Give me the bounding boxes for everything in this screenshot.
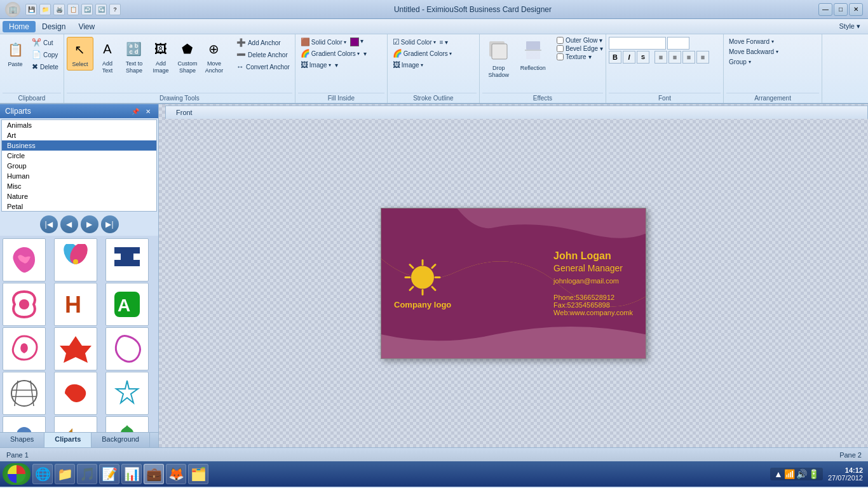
clipart-item-12[interactable]: [3, 416, 46, 432]
bevel-edge-checkbox[interactable]: [557, 45, 564, 52]
maximize-button[interactable]: □: [834, 3, 848, 16]
taskbar-app2-icon[interactable]: 📊: [121, 464, 142, 484]
outer-glow-checkbox[interactable]: [557, 37, 564, 44]
tab-shapes[interactable]: Shapes: [0, 433, 44, 447]
fill-solid-color-button[interactable]: 🟫 Solid Color ▾ ▾: [298, 37, 366, 47]
stroke-gradient-button[interactable]: 🌈 Gradient Colors ▾: [390, 48, 454, 58]
group-button[interactable]: Group ▾: [726, 57, 754, 67]
nav-prev-button[interactable]: ◀: [60, 215, 78, 233]
minimize-button[interactable]: —: [818, 3, 832, 16]
clipart-item-10[interactable]: [54, 372, 97, 415]
clipart-item-4[interactable]: H: [54, 283, 97, 326]
clipart-item-14[interactable]: [105, 416, 149, 432]
category-item-group[interactable]: Group: [2, 161, 156, 171]
delete-button[interactable]: ✖ Delete: [29, 61, 61, 72]
move-forward-button[interactable]: Move Forward ▾: [726, 37, 776, 46]
add-text-button[interactable]: A AddText: [95, 37, 120, 76]
stroke-solid-color-button[interactable]: ☑ Solid Color ▾ ≡ ▾: [390, 37, 451, 47]
style-button[interactable]: Style ▾: [834, 21, 865, 32]
align-left-button[interactable]: ≡: [654, 51, 667, 64]
new-icon[interactable]: 📋: [67, 4, 79, 15]
clipart-item-6[interactable]: [3, 327, 46, 370]
category-item-human[interactable]: Human: [2, 171, 156, 181]
start-button[interactable]: [3, 463, 31, 485]
undo-icon[interactable]: ↩️: [81, 4, 93, 15]
taskbar-firefox-icon[interactable]: 🦊: [166, 464, 186, 484]
drop-shadow-button[interactable]: DropShadow: [482, 37, 515, 80]
delete-anchor-button[interactable]: ➖ Delete Anchor: [234, 49, 292, 60]
canvas-tab[interactable]: Front: [165, 105, 868, 119]
move-anchor-button[interactable]: ⊕ MoveAnchor: [201, 37, 227, 76]
category-item-petal[interactable]: Petal: [2, 201, 156, 212]
cut-button[interactable]: ✂️ Cut: [29, 37, 61, 48]
category-item-nature[interactable]: Nature: [2, 191, 156, 201]
business-card[interactable]: Company logo John Logan General Manager …: [381, 208, 646, 359]
tab-background[interactable]: Background: [92, 433, 150, 447]
menu-view[interactable]: View: [72, 21, 101, 32]
category-item-animals[interactable]: Animals: [2, 120, 156, 130]
category-item-circle[interactable]: Circle: [2, 151, 156, 161]
move-backward-button[interactable]: Move Backward ▾: [726, 47, 781, 57]
font-size-input[interactable]: [667, 37, 689, 50]
add-anchor-button[interactable]: ➕ Add Anchor: [234, 37, 292, 48]
cliparts-close-button[interactable]: ✕: [143, 106, 153, 116]
custom-shape-button[interactable]: ⬟ CustomShape: [175, 37, 200, 76]
taskbar-explorer-icon[interactable]: 📁: [55, 464, 75, 484]
clock[interactable]: 14:12 27/07/2012: [825, 466, 865, 482]
menu-home[interactable]: Home: [3, 21, 36, 32]
clipart-item-9[interactable]: [3, 372, 46, 415]
category-list[interactable]: AnimalsArtBusinessCircleGroupHumanMiscNa…: [1, 119, 157, 212]
category-item-business[interactable]: Business: [2, 140, 156, 151]
clipart-item-8[interactable]: [105, 327, 149, 370]
taskbar-ie-icon[interactable]: 🌐: [32, 464, 53, 484]
taskbar-bcd-icon[interactable]: 💼: [144, 464, 164, 484]
close-button[interactable]: ✕: [849, 3, 863, 16]
nav-first-button[interactable]: |◀: [40, 215, 58, 233]
clipart-item-2[interactable]: [105, 238, 149, 281]
paste-button[interactable]: 📋 Paste: [3, 37, 28, 71]
help-icon[interactable]: ?: [109, 4, 121, 15]
tab-cliparts[interactable]: Cliparts: [44, 433, 92, 447]
align-right-button[interactable]: ≡: [682, 51, 695, 64]
fill-image-button[interactable]: 🖼 Image ▾ ▾: [298, 60, 341, 70]
tray-volume-icon[interactable]: 🔊: [796, 469, 807, 479]
nav-last-button[interactable]: ▶|: [101, 215, 119, 233]
open-icon[interactable]: 📁: [39, 4, 51, 15]
italic-button[interactable]: I: [623, 51, 635, 64]
justify-button[interactable]: ≡: [696, 51, 709, 64]
clipart-item-11[interactable]: [105, 372, 149, 415]
tray-power-icon[interactable]: 🔋: [808, 469, 819, 479]
taskbar-wmp-icon[interactable]: 🎵: [77, 464, 97, 484]
clipart-item-1[interactable]: [54, 238, 97, 281]
text-to-shape-button[interactable]: 🔡 Text toShape: [121, 37, 147, 76]
category-item-art[interactable]: Art: [2, 130, 156, 140]
copy-button[interactable]: 📄 Copy: [29, 49, 61, 60]
nav-next-button[interactable]: ▶: [81, 215, 98, 233]
texture-checkbox[interactable]: [557, 53, 564, 60]
canvas-area[interactable]: Front: [159, 104, 868, 447]
add-image-button[interactable]: 🖼 AddImage: [148, 37, 173, 76]
taskbar-wordpad-icon[interactable]: 📝: [99, 464, 119, 484]
select-button[interactable]: ↖ Select: [67, 37, 93, 71]
clipart-item-7[interactable]: [54, 327, 97, 370]
menu-design[interactable]: Design: [36, 21, 72, 32]
clipart-item-0[interactable]: [3, 238, 46, 281]
tray-up-arrow-icon[interactable]: ▲: [774, 469, 783, 479]
taskbar-extra-icon[interactable]: 🗂️: [188, 464, 208, 484]
category-item-misc[interactable]: Misc: [2, 181, 156, 191]
tray-network-icon[interactable]: 📶: [784, 469, 795, 479]
fill-gradient-button[interactable]: 🌈 Gradient Colors ▾ ▾: [298, 48, 369, 58]
clipart-item-3[interactable]: [3, 283, 46, 326]
align-center-button[interactable]: ≡: [668, 51, 681, 64]
font-name-input[interactable]: [609, 37, 666, 50]
stroke-image-button[interactable]: 🖼 Image ▾: [390, 60, 426, 70]
print-icon[interactable]: 🖨️: [53, 4, 65, 15]
save-icon[interactable]: 💾: [25, 4, 37, 15]
clipart-item-5[interactable]: A: [105, 283, 149, 326]
convert-anchor-button[interactable]: ↔ Convert Anchor: [234, 61, 292, 72]
clipart-item-13[interactable]: [54, 416, 97, 432]
bold-button[interactable]: B: [609, 51, 621, 64]
reflection-button[interactable]: Reflection: [517, 37, 550, 73]
cliparts-float-button[interactable]: 📌: [130, 106, 140, 116]
redo-icon[interactable]: ↪️: [95, 4, 107, 15]
